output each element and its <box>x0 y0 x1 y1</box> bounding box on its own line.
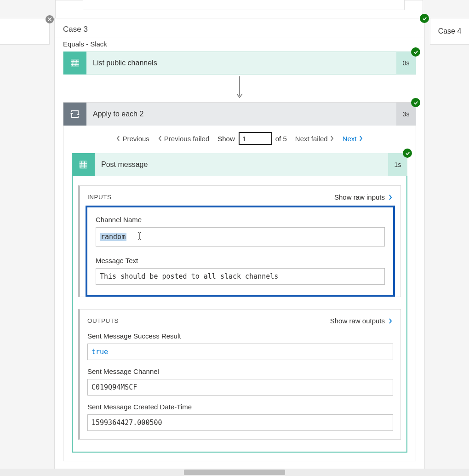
chevron-left-icon <box>158 135 162 142</box>
next-failed-label: Next failed <box>295 135 328 143</box>
previous-failed-button[interactable]: Previous failed <box>158 135 209 143</box>
chevron-right-icon <box>330 135 334 142</box>
channel-name-text: random <box>100 233 126 241</box>
outputs-title: OUTPUTS <box>87 317 119 324</box>
horizontal-scrollbar[interactable] <box>0 469 469 476</box>
sent-channel-value[interactable]: C019Q94MSCF <box>87 379 393 396</box>
inputs-section: INPUTS Show raw inputs Channel Name rand… <box>78 185 401 297</box>
chevron-right-icon <box>359 135 363 142</box>
apply-to-each-container: Apply to each 2 3s Previous Previous fai… <box>63 102 416 461</box>
slack-hash-icon <box>72 153 95 176</box>
success-result-text: true <box>92 348 108 356</box>
show-raw-outputs-label: Show raw outputs <box>330 317 385 325</box>
equals-slack-label: Equals - Slack <box>55 38 424 52</box>
of-label: of 5 <box>275 135 287 143</box>
message-text-value[interactable]: This should be posted to all slack chann… <box>96 268 385 285</box>
svg-rect-2 <box>79 161 87 169</box>
case-3-title: Case 3 <box>55 18 424 38</box>
created-datetime-value[interactable]: 1599364427.000500 <box>87 414 393 431</box>
check-icon <box>411 98 420 107</box>
inputs-title: INPUTS <box>87 194 112 201</box>
show-raw-inputs-label: Show raw inputs <box>334 193 385 201</box>
case-left-edge[interactable] <box>0 18 50 45</box>
created-datetime-text: 1599364427.000500 <box>92 419 162 427</box>
previous-button[interactable]: Previous <box>116 135 149 143</box>
chevron-left-icon <box>116 135 120 142</box>
sent-channel-text: C019Q94MSCF <box>92 383 137 391</box>
svg-rect-0 <box>71 59 79 67</box>
action-apply-to-each[interactable]: Apply to each 2 3s <box>63 103 416 126</box>
action-list-public-channels[interactable]: List public channels 0s <box>63 52 416 75</box>
case-4-label: Case 4 <box>438 27 462 35</box>
chevron-right-icon <box>388 194 393 201</box>
action-label: Apply to each 2 <box>86 103 396 126</box>
slack-hash-icon <box>63 52 86 75</box>
loop-icon <box>63 103 86 126</box>
arrow-down-icon <box>55 75 424 102</box>
action-post-message[interactable]: Post message 1s <box>72 153 407 176</box>
success-result-label: Sent Message Success Result <box>87 332 393 340</box>
sent-channel-label: Sent Message Channel <box>87 367 393 375</box>
close-icon[interactable] <box>46 15 54 23</box>
loop-pager: Previous Previous failed Show of 5 Next … <box>63 126 416 153</box>
case-4-tab[interactable]: Case 4 <box>430 18 469 45</box>
channel-name-label: Channel Name <box>96 216 385 224</box>
message-text-label: Message Text <box>96 257 385 264</box>
show-label: Show <box>217 135 235 143</box>
outputs-section: OUTPUTS Show raw outputs Sent Message Su… <box>78 309 401 440</box>
channel-name-value[interactable]: random <box>96 227 385 247</box>
post-message-details: INPUTS Show raw inputs Channel Name rand… <box>72 176 407 453</box>
message-text-text: This should be posted to all slack chann… <box>100 272 278 281</box>
chevron-right-icon <box>388 318 393 324</box>
text-cursor-icon <box>136 231 143 242</box>
action-label: List public channels <box>86 52 396 74</box>
check-icon <box>403 149 412 158</box>
check-icon <box>411 47 420 57</box>
next-button[interactable]: Next <box>343 135 363 143</box>
created-datetime-label: Sent Message Created Date-Time <box>87 403 393 411</box>
pager-show-group: Show of 5 <box>217 132 287 145</box>
case-3-card: Case 3 Equals - Slack List public channe… <box>54 18 425 476</box>
show-raw-outputs-button[interactable]: Show raw outputs <box>330 317 393 325</box>
next-failed-button[interactable]: Next failed <box>295 135 334 143</box>
previous-failed-label: Previous failed <box>164 135 209 143</box>
show-raw-inputs-button[interactable]: Show raw inputs <box>334 193 393 201</box>
success-result-value[interactable]: true <box>87 344 393 360</box>
page-input[interactable] <box>239 132 272 145</box>
check-icon <box>420 14 429 23</box>
previous-label: Previous <box>122 135 149 143</box>
action-label: Post message <box>95 153 388 176</box>
background-card-inner <box>83 0 405 10</box>
inputs-highlight: Channel Name random Message Text This sh… <box>86 206 395 297</box>
next-label: Next <box>343 135 357 143</box>
